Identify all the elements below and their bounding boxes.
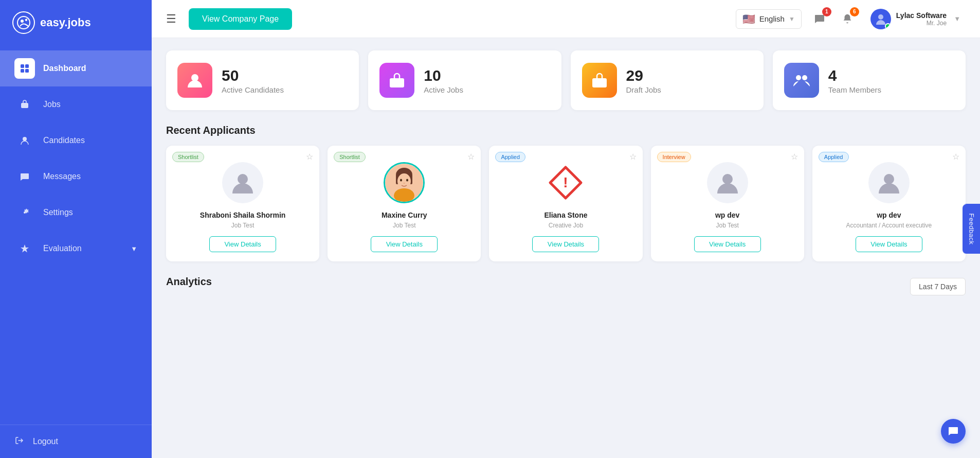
applicant-card-5: Applied ☆ wp dev Accountant / Account ex… bbox=[812, 146, 966, 261]
applicant-avatar-5 bbox=[868, 162, 910, 203]
chat-button[interactable]: 1 bbox=[810, 9, 829, 29]
applicant-job-5: Accountant / Account executive bbox=[846, 222, 932, 229]
svg-point-10 bbox=[191, 74, 198, 81]
settings-icon bbox=[14, 202, 35, 223]
sidebar-item-evaluation[interactable]: Evaluation ▼ bbox=[0, 231, 152, 267]
svg-point-17 bbox=[238, 174, 248, 184]
hamburger-button[interactable]: ☰ bbox=[166, 12, 176, 26]
candidates-icon bbox=[14, 130, 35, 151]
svg-rect-4 bbox=[25, 64, 29, 68]
header-right: 🇺🇸 English ▼ 1 6 bbox=[736, 6, 966, 32]
user-section[interactable]: Lylac Software Mr. Joe ▼ bbox=[865, 6, 966, 32]
stat-card-active-jobs: 10 Active Jobs bbox=[368, 50, 561, 110]
view-details-button-1[interactable]: View Details bbox=[209, 236, 276, 252]
main-content: ☰ View Company Page 🇺🇸 English ▼ 1 6 bbox=[152, 0, 980, 458]
flag-icon: 🇺🇸 bbox=[742, 13, 755, 25]
sidebar-item-dashboard-label: Dashboard bbox=[43, 64, 86, 73]
applicant-job-1: Job Test bbox=[231, 222, 254, 229]
svg-point-15 bbox=[796, 75, 801, 80]
messages-icon bbox=[14, 166, 35, 187]
star-icon-3[interactable]: ☆ bbox=[629, 152, 637, 162]
svg-point-25 bbox=[404, 183, 405, 184]
view-company-button[interactable]: View Company Page bbox=[189, 8, 292, 30]
sidebar-item-candidates[interactable]: Candidates bbox=[0, 122, 152, 158]
status-badge-5: Applied bbox=[819, 152, 849, 162]
stat-card-active-candidates: 50 Active Candidates bbox=[166, 50, 359, 110]
active-candidates-label: Active Candidates bbox=[222, 85, 284, 94]
status-badge-2: Shortlist bbox=[334, 152, 366, 162]
sidebar: easy.jobs Dashboard Jobs bbox=[0, 0, 152, 458]
star-icon-5[interactable]: ☆ bbox=[952, 152, 959, 162]
stat-card-team-members: 4 Team Members bbox=[773, 50, 966, 110]
language-label: English bbox=[759, 14, 785, 23]
user-chevron-icon: ▼ bbox=[954, 15, 960, 23]
team-members-label: Team Members bbox=[828, 85, 881, 94]
applicant-avatar-2 bbox=[384, 162, 425, 203]
notifications-button[interactable]: 6 bbox=[838, 9, 857, 29]
view-details-button-4[interactable]: View Details bbox=[694, 236, 761, 252]
status-badge-1: Shortlist bbox=[172, 152, 204, 162]
notifications-badge: 6 bbox=[850, 7, 859, 16]
sidebar-item-messages-label: Messages bbox=[43, 172, 81, 181]
applicant-card-1: Shortlist ☆ Shraboni Shaila Shormin Job … bbox=[166, 146, 319, 261]
view-details-button-5[interactable]: View Details bbox=[856, 236, 922, 252]
applicant-name-4: wp dev bbox=[715, 210, 739, 220]
applicant-avatar-3: ! bbox=[545, 162, 586, 203]
lang-chevron-icon: ▼ bbox=[789, 15, 795, 23]
dashboard-icon bbox=[14, 58, 35, 79]
chat-fab-button[interactable] bbox=[941, 419, 966, 444]
logout-button[interactable]: Logout bbox=[0, 425, 152, 458]
period-selector[interactable]: Last 7 Days bbox=[910, 278, 966, 295]
view-details-button-2[interactable]: View Details bbox=[371, 236, 438, 252]
chat-badge: 1 bbox=[822, 7, 831, 16]
svg-point-29 bbox=[884, 174, 894, 184]
svg-rect-7 bbox=[21, 103, 28, 108]
active-jobs-icon bbox=[379, 63, 414, 98]
svg-rect-3 bbox=[21, 64, 24, 68]
stat-info-active-jobs: 10 Active Jobs bbox=[424, 67, 463, 94]
star-icon-2[interactable]: ☆ bbox=[467, 152, 475, 162]
applicant-name-5: wp dev bbox=[877, 210, 901, 220]
sidebar-item-evaluation-label: Evaluation bbox=[43, 244, 82, 253]
active-jobs-number: 10 bbox=[424, 67, 463, 84]
applicant-avatar-1 bbox=[222, 162, 263, 203]
analytics-header: Analytics Last 7 Days bbox=[166, 276, 966, 297]
svg-point-9 bbox=[878, 14, 883, 20]
jobs-icon bbox=[14, 94, 35, 115]
active-jobs-label: Active Jobs bbox=[424, 85, 463, 94]
sidebar-item-dashboard[interactable]: Dashboard bbox=[0, 50, 152, 86]
applicant-name-3: Eliana Stone bbox=[544, 210, 587, 220]
status-badge-4: Interview bbox=[657, 152, 691, 162]
view-details-button-3[interactable]: View Details bbox=[532, 236, 599, 252]
svg-point-1 bbox=[21, 20, 24, 23]
svg-point-23 bbox=[400, 179, 402, 182]
sidebar-item-messages[interactable]: Messages bbox=[0, 158, 152, 195]
recent-applicants-title: Recent Applicants bbox=[166, 125, 966, 136]
sidebar-item-candidates-label: Candidates bbox=[43, 136, 85, 145]
status-badge-3: Applied bbox=[495, 152, 525, 162]
star-icon-4[interactable]: ☆ bbox=[791, 152, 798, 162]
applicant-name-2: Maxine Curry bbox=[382, 210, 427, 220]
feedback-tab[interactable]: Feedback bbox=[963, 204, 980, 254]
applicants-row: Shortlist ☆ Shraboni Shaila Shormin Job … bbox=[166, 146, 966, 261]
user-name: Mr. Joe bbox=[896, 20, 947, 27]
svg-rect-6 bbox=[25, 69, 29, 73]
draft-jobs-label: Draft Jobs bbox=[626, 85, 661, 94]
sidebar-logo: easy.jobs bbox=[0, 0, 152, 45]
logout-icon bbox=[14, 435, 25, 448]
sidebar-item-settings[interactable]: Settings bbox=[0, 195, 152, 231]
applicant-name-1: Shraboni Shaila Shormin bbox=[200, 210, 285, 220]
sidebar-item-jobs[interactable]: Jobs bbox=[0, 86, 152, 122]
logo-text: easy.jobs bbox=[40, 16, 91, 29]
active-candidates-number: 50 bbox=[222, 67, 284, 84]
header: ☰ View Company Page 🇺🇸 English ▼ 1 6 bbox=[152, 0, 980, 38]
evaluation-chevron: ▼ bbox=[131, 245, 137, 253]
applicant-card-4: Interview ☆ wp dev Job Test View Details bbox=[651, 146, 804, 261]
user-info: Lylac Software Mr. Joe bbox=[896, 11, 947, 27]
svg-point-16 bbox=[802, 75, 807, 80]
draft-jobs-number: 29 bbox=[626, 67, 661, 84]
language-selector[interactable]: 🇺🇸 English ▼ bbox=[736, 9, 802, 29]
star-icon-1[interactable]: ☆ bbox=[306, 152, 313, 162]
applicant-card-3: Applied ☆ ! Eliana Stone Creative Job Vi… bbox=[489, 146, 642, 261]
sidebar-item-settings-label: Settings bbox=[43, 208, 73, 217]
